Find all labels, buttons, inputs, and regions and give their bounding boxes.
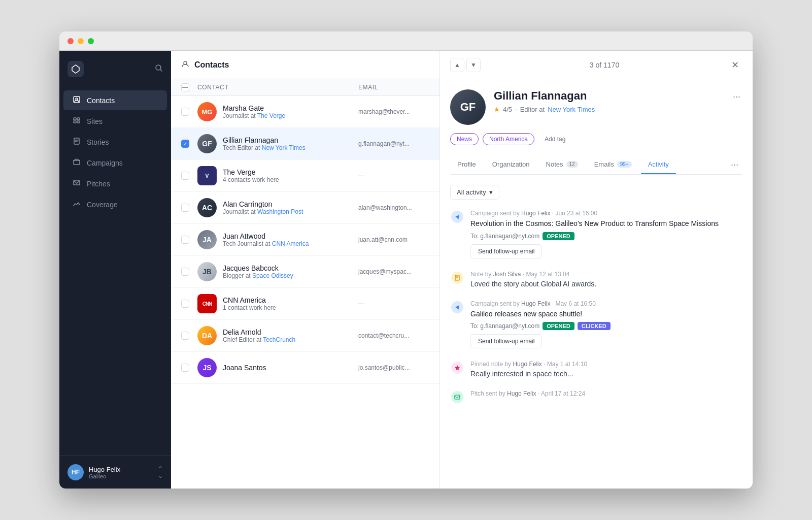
row-checkbox-8[interactable] (181, 332, 189, 340)
activity-item: Note by Josh Silva · May 12 at 13:04 Lov… (450, 271, 742, 288)
record-counter: 3 of 1170 (590, 61, 619, 69)
sidebar-item-pitches[interactable]: Pitches (63, 174, 167, 193)
table-row[interactable]: AC Alan Carrington Journalist at Washing… (171, 192, 439, 224)
contact-name: The Verge (223, 168, 358, 176)
tab-profile[interactable]: Profile (450, 155, 483, 174)
row-checkbox-1[interactable] (181, 108, 189, 116)
to-label: To: g.flannagan@nyt.com (470, 233, 539, 240)
contact-info: Gillian Flannagan Tech Editor at New Yor… (223, 136, 358, 151)
sidebar-item-sites[interactable]: Sites (63, 111, 167, 131)
prev-record-button[interactable]: ▲ (450, 58, 464, 72)
app-window: Contacts Sites (59, 31, 753, 489)
row-checkbox-5[interactable] (181, 236, 189, 244)
svg-rect-5 (74, 121, 76, 123)
table-row[interactable]: JA Juan Attwood Tech Journalist at CNN A… (171, 224, 439, 256)
contact-name: Delia Arnold (223, 328, 358, 336)
contact-company-link[interactable]: Washington Post (257, 208, 303, 215)
rating-value: 4/5 (503, 106, 512, 113)
to-label: To: g.flannagan@nyt.com (470, 322, 539, 330)
campaigns-icon (72, 158, 82, 168)
contact-company-link[interactable]: TechCrunch (263, 336, 295, 343)
sidebar-nav: Contacts Sites (59, 85, 171, 456)
pin-icon (451, 362, 463, 374)
table-row[interactable]: MG Marsha Gate Journalist at The Verge m… (171, 96, 439, 128)
dot-separator: · (515, 106, 517, 113)
email-column-header: Email (358, 84, 429, 91)
sidebar-item-campaigns[interactable]: Campaigns (63, 153, 167, 173)
contact-role: Blogger at Space Odissey (223, 272, 358, 279)
activity-note: Really interested in space tech... (470, 370, 742, 378)
contact-info: Joana Santos (223, 364, 358, 372)
more-options-button[interactable]: ··· (731, 89, 742, 104)
contact-role-text: Editor at (520, 106, 545, 113)
maximize-dot[interactable] (88, 38, 94, 44)
activity-icon-col (450, 361, 464, 378)
select-all-checkbox[interactable]: — (181, 83, 189, 91)
table-row[interactable]: DA Delia Arnold Chief Editor at TechCrun… (171, 320, 439, 352)
table-row[interactable]: ✓ GF Gillian Flannagan Tech Editor at Ne… (171, 128, 439, 160)
activity-item: Campaign sent by Hugo Felix · Jun 23 at … (450, 210, 742, 258)
sidebar-footer: HF Hugo Felix Galileo ⌃⌄ (59, 456, 171, 489)
contact-company-link[interactable]: New York Times (548, 106, 595, 113)
send-followup-button[interactable]: Send follow-up email (470, 244, 542, 258)
contact-name: Alan Carrington (223, 200, 358, 208)
activity-content: Campaign sent by Hugo Felix · Jun 23 at … (470, 210, 742, 258)
activity-item: Pinned note by Hugo Felix · May 1 at 14:… (450, 361, 742, 378)
table-row[interactable]: JS Joana Santos jo.santos@public... (171, 352, 439, 384)
contact-email: alan@washington... (358, 204, 429, 211)
contact-role: Journalist at Washington Post (223, 208, 358, 215)
contact-company-link[interactable]: CNN America (272, 240, 309, 247)
contact-info: The Verge 4 contacts work here (223, 168, 358, 183)
table-row[interactable]: JB Jacques Babcock Blogger at Space Odis… (171, 256, 439, 288)
contact-name: Marsha Gate (223, 104, 358, 112)
tag-news[interactable]: News (450, 133, 479, 145)
contact-detail-header: GF Gillian Flannagan ★ 4/5 · Editor at N… (450, 89, 742, 125)
activity-content: Pinned note by Hugo Felix · May 1 at 14:… (470, 361, 742, 378)
add-tag-button[interactable]: Add tag (538, 134, 571, 145)
contact-role: 4 contacts work here (223, 176, 358, 183)
contact-avatar: CNN (197, 294, 217, 313)
sidebar-item-coverage[interactable]: Coverage (63, 194, 167, 214)
table-row[interactable]: CNN CNN America 1 contact work here — (171, 288, 439, 320)
row-checkbox-6[interactable] (181, 268, 189, 276)
sidebar-item-stories[interactable]: Stories (63, 132, 167, 152)
activity-title: Revolution in the Cosmos: Galileo's New … (470, 219, 742, 229)
contact-avatar: JB (197, 262, 217, 281)
close-dot[interactable] (67, 38, 74, 44)
status-badge-opened: OPENED (543, 232, 574, 240)
activity-filter: All activity ▾ (450, 185, 742, 200)
next-record-button[interactable]: ▼ (466, 58, 481, 72)
contact-email: marshag@thever... (358, 108, 429, 115)
send-followup-button-2[interactable]: Send follow-up email (470, 334, 542, 348)
activity-to: To: g.flannagan@nyt.com OPENED CLICKED (470, 322, 742, 330)
row-checkbox-2[interactable]: ✓ (181, 140, 189, 148)
activity-filter-select[interactable]: All activity ▾ (450, 185, 499, 200)
detail-header: ▲ ▼ 3 of 1170 ✕ (440, 51, 753, 79)
contact-company-link[interactable]: New York Times (262, 144, 306, 151)
nav-arrows: ▲ ▼ (450, 58, 481, 72)
activity-icon-col (450, 271, 464, 288)
tag-north-america[interactable]: North America (483, 133, 534, 145)
activity-title: Galileo releases new space shuttle! (470, 309, 742, 319)
row-checkbox-7[interactable] (181, 300, 189, 308)
row-checkbox-4[interactable] (181, 204, 189, 212)
tab-organization[interactable]: Organization (485, 155, 537, 174)
more-tabs-button[interactable]: ··· (727, 159, 742, 170)
svg-rect-10 (455, 395, 460, 399)
sidebar-item-contacts[interactable]: Contacts (63, 90, 167, 110)
search-button[interactable] (155, 64, 163, 74)
contact-company-link[interactable]: The Verge (257, 112, 285, 119)
row-checkbox-9[interactable] (181, 364, 189, 372)
minimize-dot[interactable] (78, 38, 84, 44)
contact-role: 1 contact work here (223, 304, 358, 311)
table-row[interactable]: V The Verge 4 contacts work here — (171, 160, 439, 192)
contact-avatar: V (197, 166, 217, 185)
tab-notes[interactable]: Notes 12 (539, 155, 585, 174)
svg-point-2 (76, 98, 78, 100)
row-checkbox-3[interactable] (181, 172, 189, 180)
close-detail-button[interactable]: ✕ (728, 58, 742, 72)
user-chevron-icon[interactable]: ⌃⌄ (158, 465, 163, 479)
contact-company-link[interactable]: Space Odissey (252, 272, 293, 279)
tab-activity[interactable]: Activity (641, 155, 676, 174)
tab-emails[interactable]: Emails 99+ (587, 155, 639, 174)
